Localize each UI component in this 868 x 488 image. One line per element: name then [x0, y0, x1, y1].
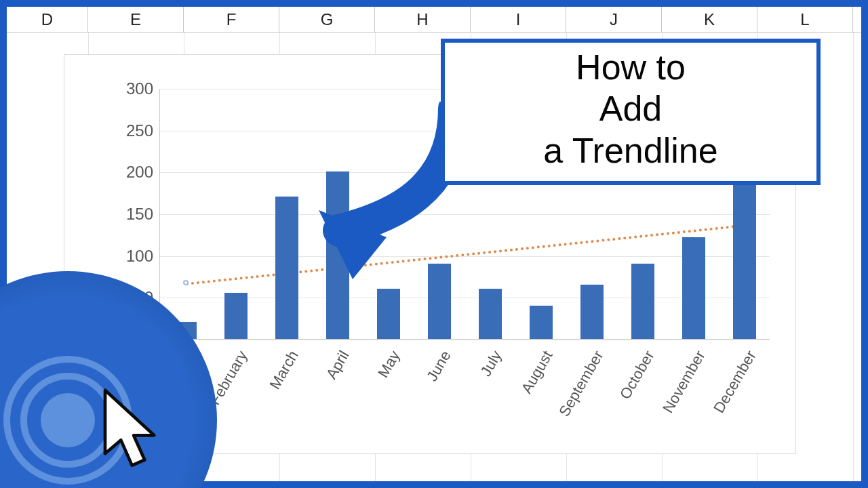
cursor-icon: [88, 386, 170, 481]
bar[interactable]: [733, 184, 756, 339]
callout-line-3: a Trendline: [454, 130, 807, 171]
column-header[interactable]: I: [471, 7, 566, 33]
y-tick-label: 150: [113, 205, 153, 224]
callout-line-2: Add: [454, 88, 807, 129]
video-frame: D E F G H I J K L 050100150200250300 Jan…: [0, 0, 868, 488]
callout-line-1: How to: [454, 47, 807, 88]
column-header[interactable]: G: [279, 7, 375, 33]
bar[interactable]: [224, 293, 248, 339]
column-headers: D E F G H I J K L: [7, 7, 861, 33]
column-header[interactable]: L: [757, 7, 853, 33]
column-header[interactable]: E: [88, 7, 184, 33]
column-header[interactable]: F: [184, 7, 279, 33]
column-header[interactable]: J: [566, 7, 662, 33]
x-tick-label: August: [517, 348, 556, 396]
x-tick-label: July: [477, 348, 505, 380]
callout-box: How to Add a Trendline: [441, 39, 821, 185]
column-header[interactable]: K: [662, 7, 757, 33]
x-tick-label: June: [423, 348, 454, 384]
column-header[interactable]: D: [7, 7, 88, 33]
bar[interactable]: [631, 264, 654, 339]
x-tick-label: October: [616, 348, 658, 403]
bar[interactable]: [682, 237, 705, 339]
bar[interactable]: [580, 285, 604, 339]
x-tick-label: April: [322, 348, 353, 382]
gridline: [160, 340, 770, 340]
bar[interactable]: [377, 289, 400, 339]
x-axis-labels: JanuaryFebruaryMarchAprilMayJuneJulyAugu…: [159, 342, 770, 437]
y-tick-label: 200: [113, 163, 153, 182]
y-tick-label: 100: [113, 247, 153, 266]
bar[interactable]: [530, 306, 553, 339]
x-tick-label: May: [374, 348, 403, 381]
y-tick-label: 300: [113, 79, 153, 98]
x-tick-label: March: [266, 348, 302, 392]
column-header[interactable]: H: [375, 7, 471, 33]
y-tick-label: 250: [113, 121, 153, 140]
bar[interactable]: [479, 289, 502, 339]
